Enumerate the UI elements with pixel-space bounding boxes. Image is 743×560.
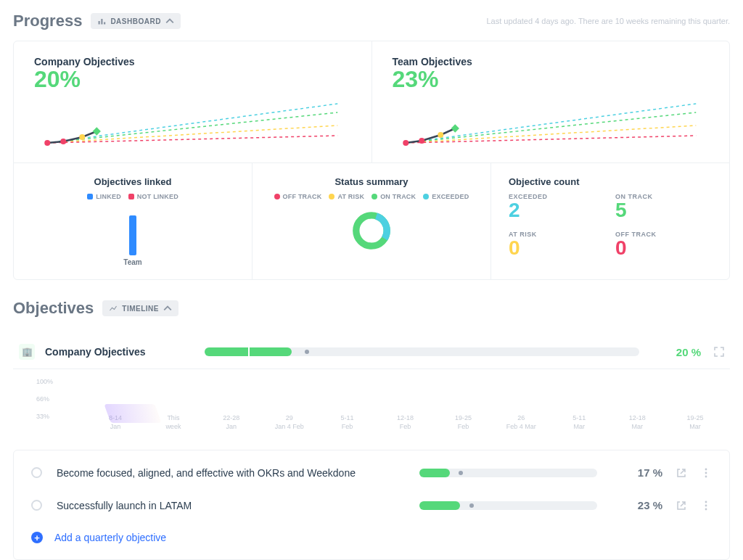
objective-row[interactable]: Successfully launch in LATAM23 %	[14, 489, 729, 522]
dashboard-view-toggle[interactable]: DASHBOARD	[91, 13, 181, 29]
company-icon: 🏢	[19, 344, 35, 360]
x-tick: 12-18Mar	[608, 414, 666, 431]
objective-pct: 17 %	[612, 466, 662, 479]
team-objectives-pct: 23%	[393, 67, 710, 91]
legend-exceeded: EXCEEDED	[432, 193, 469, 200]
more-menu-button[interactable]	[700, 500, 712, 511]
objective-progress-bar	[419, 501, 597, 510]
linked-bar-label: Team	[31, 258, 234, 266]
objective-count-title: Objective count	[509, 176, 712, 187]
last-updated-text: Last updated 4 days ago. There are 10 we…	[486, 17, 730, 25]
chevron-up-icon	[165, 17, 174, 25]
offtrack-count: 0	[615, 238, 712, 258]
exceeded-label: EXCEEDED	[509, 193, 605, 200]
add-objective-button[interactable]: + Add a quarterly objective	[14, 522, 729, 553]
chevron-up-icon	[163, 304, 172, 313]
external-link-icon	[676, 467, 687, 479]
svg-point-9	[438, 132, 443, 138]
x-tick: 12-18Feb	[377, 414, 435, 431]
x-tick: 26Feb 4 Mar	[492, 414, 550, 431]
add-objective-label: Add a quarterly objective	[54, 532, 166, 543]
legend-linked: LINKED	[96, 193, 121, 200]
ontrack-count: 5	[615, 200, 712, 221]
objective-name: Successfully launch in LATAM	[57, 500, 419, 511]
open-external-button[interactable]	[676, 500, 687, 511]
progress-header: Progress DASHBOARD Last updated 4 days a…	[13, 12, 730, 30]
team-objectives-title: Team Objectives	[393, 56, 710, 67]
svg-point-8	[419, 138, 424, 144]
more-menu-button[interactable]	[700, 467, 712, 479]
linked-bar-chart	[31, 205, 234, 255]
exceeded-count: 2	[509, 200, 605, 221]
company-objectives-row[interactable]: 🏢 Company Objectives 20 %	[13, 335, 730, 369]
atrisk-label: AT RISK	[509, 231, 605, 238]
team-sparkline	[393, 95, 710, 153]
company-objectives-title: Company Objectives	[34, 56, 351, 67]
objective-name: Become focused, aligned, and effective w…	[57, 467, 419, 479]
timeline-view-label: TIMELINE	[122, 305, 159, 313]
svg-rect-0	[99, 21, 100, 25]
company-row-title: Company Objectives	[45, 346, 205, 358]
legend-offtrack: OFF TRACK	[283, 193, 322, 200]
svg-point-3	[44, 140, 50, 146]
x-tick: 22-28Jan	[202, 414, 260, 431]
expand-button[interactable]	[714, 347, 724, 357]
svg-point-13	[705, 468, 707, 470]
offtrack-label: OFF TRACK	[615, 231, 712, 238]
svg-point-5	[79, 134, 85, 140]
legend-ontrack: ON TRACK	[380, 193, 416, 200]
bar-chart-icon	[97, 17, 106, 25]
objective-progress-bar	[419, 469, 597, 477]
expand-icon	[714, 347, 724, 357]
dashboard-view-label: DASHBOARD	[110, 17, 161, 25]
team-objectives-panel[interactable]: Team Objectives 23%	[372, 41, 730, 162]
objectives-linked-title: Objectives linked	[31, 176, 234, 187]
svg-point-14	[705, 472, 707, 474]
y-tick: 100%	[36, 378, 53, 385]
svg-point-17	[705, 504, 707, 506]
objectives-linked-panel: Objectives linked LINKED NOT LINKED Team	[14, 163, 252, 279]
ontrack-label: ON TRACK	[615, 193, 712, 200]
svg-point-16	[705, 501, 707, 503]
company-objectives-pct: 20%	[34, 67, 351, 91]
objective-row[interactable]: Become focused, aligned, and effective w…	[14, 456, 729, 489]
external-link-icon	[676, 500, 687, 511]
atrisk-count: 0	[509, 238, 605, 258]
y-tick: 66%	[36, 395, 53, 403]
svg-point-15	[705, 475, 707, 477]
x-tick: 29Jan 4 Feb	[260, 414, 319, 431]
line-chart-icon	[109, 304, 118, 313]
objective-status-radio[interactable]	[31, 500, 42, 511]
company-progress-bar	[205, 347, 639, 356]
objectives-title: Objectives	[13, 299, 94, 318]
objectives-list: Become focused, aligned, and effective w…	[13, 450, 730, 560]
open-external-button[interactable]	[676, 467, 687, 479]
legend-atrisk: AT RISK	[337, 193, 364, 200]
objective-pct: 23 %	[612, 499, 662, 511]
x-tick: 19-25Feb	[434, 414, 492, 431]
x-tick: 19-25Mar	[666, 414, 724, 431]
timeline-chart: 100% 66% 33% 8-14JanThisweek22-28Jan29Ja…	[13, 369, 730, 444]
objective-count-panel: Objective count EXCEEDED 2 ON TRACK 5 AT…	[490, 163, 729, 279]
status-donut-chart	[351, 210, 392, 251]
svg-rect-2	[104, 22, 105, 25]
company-objectives-panel[interactable]: Company Objectives 20%	[14, 41, 372, 162]
company-sparkline	[34, 95, 351, 153]
timeline-view-toggle[interactable]: TIMELINE	[102, 300, 178, 316]
status-summary-panel: Status summary OFF TRACK AT RISK ON TRAC…	[252, 163, 490, 279]
y-tick: 33%	[36, 413, 53, 420]
more-vertical-icon	[700, 500, 712, 511]
company-row-pct: 20 %	[654, 346, 701, 358]
plus-icon: +	[31, 532, 43, 543]
svg-rect-10	[451, 124, 459, 132]
svg-point-7	[403, 140, 409, 146]
legend-notlinked: NOT LINKED	[137, 193, 178, 200]
svg-point-18	[705, 508, 707, 510]
svg-point-4	[60, 139, 66, 144]
objective-status-radio[interactable]	[31, 467, 42, 478]
svg-rect-6	[93, 127, 101, 135]
x-tick: 5-11Feb	[319, 414, 377, 431]
progress-card: Company Objectives 20% Team Objectives 2…	[13, 41, 730, 280]
more-vertical-icon	[700, 467, 712, 479]
progress-title: Progress	[13, 12, 82, 30]
